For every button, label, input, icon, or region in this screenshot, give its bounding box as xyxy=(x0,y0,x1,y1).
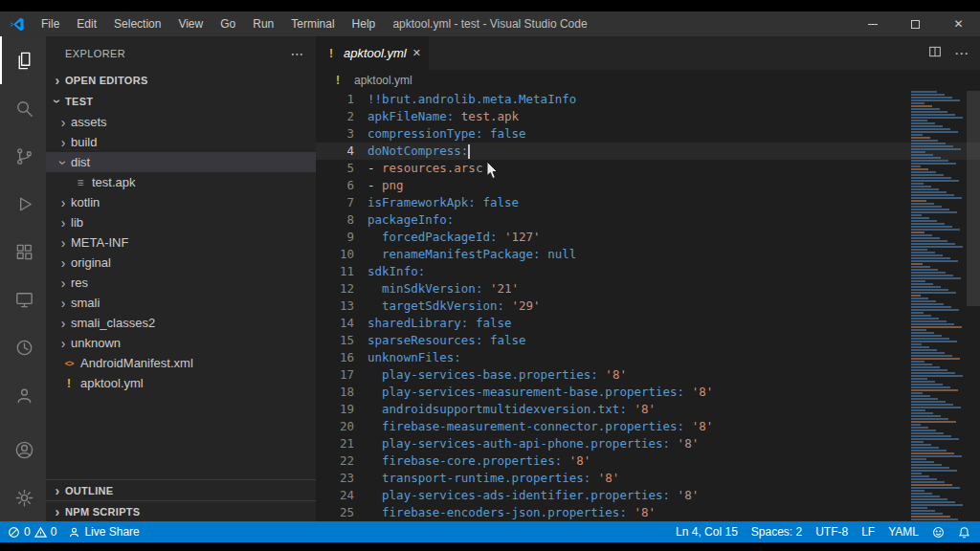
minimize-button[interactable] xyxy=(851,11,894,36)
close-button[interactable]: ✕ xyxy=(937,11,980,36)
code-line-12[interactable]: 12 minSdkVersion: '21' xyxy=(316,280,980,298)
line-content: firebase-encoders-json.properties: '8' xyxy=(354,504,656,521)
tree-item-meta-inf[interactable]: ›META-INF xyxy=(46,232,316,253)
tree-item-dist[interactable]: ›dist xyxy=(46,152,316,172)
tree-item-unknown[interactable]: ›unknown xyxy=(46,333,316,353)
root-folder-label: TEST xyxy=(65,96,93,107)
code-line-5[interactable]: 5- resources.arsc xyxy=(316,160,980,177)
code-line-15[interactable]: 15sparseResources: false xyxy=(316,332,980,349)
menu-help[interactable]: Help xyxy=(344,11,385,36)
code-line-6[interactable]: 6- png xyxy=(316,177,980,194)
npm-scripts-section[interactable]: › NPM SCRIPTS xyxy=(46,500,316,521)
open-editors-section[interactable]: › OPEN EDITORS xyxy=(46,70,316,91)
code-line-7[interactable]: 7isFrameworkApk: false xyxy=(316,194,980,211)
editor-scrollbar[interactable] xyxy=(967,91,980,521)
code-line-16[interactable]: 16unknownFiles: xyxy=(316,349,980,366)
run-debug-icon[interactable] xyxy=(0,180,46,228)
menu-edit[interactable]: Edit xyxy=(68,11,105,36)
maximize-button[interactable] xyxy=(894,11,937,36)
cursor-position[interactable]: Ln 4, Col 15 xyxy=(676,525,738,539)
code-line-24[interactable]: 24 play-services-ads-identifier.properti… xyxy=(316,487,980,504)
breadcrumb-item: apktool.yml xyxy=(354,74,412,87)
problems-indicator[interactable]: 0 0 xyxy=(8,525,56,539)
code-line-22[interactable]: 22 firebase-core.properties: '8' xyxy=(316,452,980,470)
indentation-setting[interactable]: Spaces: 2 xyxy=(751,525,802,539)
line-content: play-services-measurement-base.propertie… xyxy=(354,384,713,401)
root-folder-section[interactable]: › TEST xyxy=(46,91,316,112)
accounts-icon[interactable] xyxy=(0,426,46,474)
tree-item-apktool-yml[interactable]: !apktool.yml xyxy=(46,373,316,393)
language-mode[interactable]: YAML xyxy=(888,525,919,539)
tree-item-kotlin[interactable]: ›kotlin xyxy=(46,192,316,212)
menu-file[interactable]: File xyxy=(33,11,68,36)
chevron-right-icon: › xyxy=(56,135,71,150)
code-line-9[interactable]: 9 forcedPackageId: '127' xyxy=(316,229,980,246)
code-lines: 1!!brut.androlib.meta.MetaInfo2apkFileNa… xyxy=(316,91,980,521)
code-line-18[interactable]: 18 play-services-measurement-base.proper… xyxy=(316,384,980,401)
code-line-10[interactable]: 10 renameManifestPackage: null xyxy=(316,246,980,263)
menu-go[interactable]: Go xyxy=(212,11,244,36)
yaml-file-icon: ! xyxy=(61,377,77,390)
explorer-icon[interactable] xyxy=(0,36,46,84)
clock-icon[interactable] xyxy=(0,323,46,371)
tree-item-smali-classes2[interactable]: ›smali_classes2 xyxy=(46,313,316,333)
code-line-3[interactable]: 3compressionType: false xyxy=(316,125,980,143)
code-line-2[interactable]: 2apkFileName: test.apk xyxy=(316,108,980,125)
code-line-23[interactable]: 23 transport-runtime.properties: '8' xyxy=(316,470,980,487)
code-editor[interactable]: 1!!brut.androlib.meta.MetaInfo2apkFileNa… xyxy=(316,91,980,521)
remote-explorer-icon[interactable] xyxy=(0,276,46,323)
menu-selection[interactable]: Selection xyxy=(105,11,169,36)
line-content: transport-runtime.properties: '8' xyxy=(354,470,619,487)
search-icon[interactable] xyxy=(0,84,46,132)
eol-setting[interactable]: LF xyxy=(861,525,875,539)
tab-close-icon[interactable]: ✕ xyxy=(412,47,421,59)
tree-item-label: assets xyxy=(71,115,107,129)
live-share-icon[interactable] xyxy=(0,371,46,419)
tree-item-build[interactable]: ›build xyxy=(46,132,316,152)
notifications-button[interactable] xyxy=(958,526,970,539)
menu-view[interactable]: View xyxy=(169,11,212,36)
code-line-21[interactable]: 21 play-services-auth-api-phone.properti… xyxy=(316,435,980,452)
breadcrumb[interactable]: ! apktool.yml xyxy=(316,70,980,91)
line-number: 7 xyxy=(316,194,354,211)
line-content: play-services-ads-identifier.properties:… xyxy=(354,487,699,504)
tree-item-smali[interactable]: ›smali xyxy=(46,293,316,313)
tree-item-androidmanifest-xml[interactable]: <>AndroidManifest.xml xyxy=(46,353,316,373)
sidebar-header: EXPLORER ⋯ xyxy=(46,36,316,70)
scrollbar-slider[interactable] xyxy=(967,91,980,306)
menu-run[interactable]: Run xyxy=(244,11,282,36)
code-line-8[interactable]: 8packageInfo: xyxy=(316,211,980,229)
live-share-status[interactable]: Live Share xyxy=(68,525,139,539)
line-number: 19 xyxy=(316,401,354,418)
split-editor-icon[interactable] xyxy=(927,44,943,63)
feedback-button[interactable] xyxy=(932,526,945,539)
extensions-icon[interactable] xyxy=(0,228,46,276)
code-line-19[interactable]: 19 androidsupportmultidexversion.txt: '8… xyxy=(316,401,980,418)
source-control-icon[interactable] xyxy=(0,132,46,180)
code-line-17[interactable]: 17 play-services-base.properties: '8' xyxy=(316,366,980,384)
code-line-14[interactable]: 14sharedLibrary: false xyxy=(316,315,980,332)
tab-apktool-yml[interactable]: ! apktool.yml ✕ xyxy=(316,36,429,70)
code-line-25[interactable]: 25 firebase-encoders-json.properties: '8… xyxy=(316,504,980,521)
code-line-20[interactable]: 20 firebase-measurement-connector.proper… xyxy=(316,418,980,435)
line-content: firebase-core.properties: '8' xyxy=(354,452,590,470)
code-line-13[interactable]: 13 targetSdkVersion: '29' xyxy=(316,298,980,315)
minimap[interactable] xyxy=(911,91,967,521)
explorer-actions-icon[interactable]: ⋯ xyxy=(291,46,304,61)
tree-item-original[interactable]: ›original xyxy=(46,253,316,273)
menu-terminal[interactable]: Terminal xyxy=(282,11,343,36)
line-number: 5 xyxy=(316,160,354,177)
settings-icon[interactable] xyxy=(0,474,46,521)
code-line-11[interactable]: 11sdkInfo: xyxy=(316,263,980,280)
tree-item-assets[interactable]: ›assets xyxy=(46,112,316,132)
maximize-icon xyxy=(911,20,920,29)
outline-section[interactable]: › OUTLINE xyxy=(46,479,316,500)
code-line-4[interactable]: 4doNotCompress: xyxy=(316,143,980,160)
code-line-1[interactable]: 1!!brut.androlib.meta.MetaInfo xyxy=(316,91,980,108)
more-actions-icon[interactable]: ⋯ xyxy=(954,45,969,62)
tree-item-res[interactable]: ›res xyxy=(46,273,316,293)
tree-item-lib[interactable]: ›lib xyxy=(46,212,316,232)
tree-item-test-apk[interactable]: ≡test.apk xyxy=(46,172,316,192)
encoding-setting[interactable]: UTF-8 xyxy=(815,525,848,539)
line-content: androidsupportmultidexversion.txt: '8' xyxy=(354,401,656,418)
